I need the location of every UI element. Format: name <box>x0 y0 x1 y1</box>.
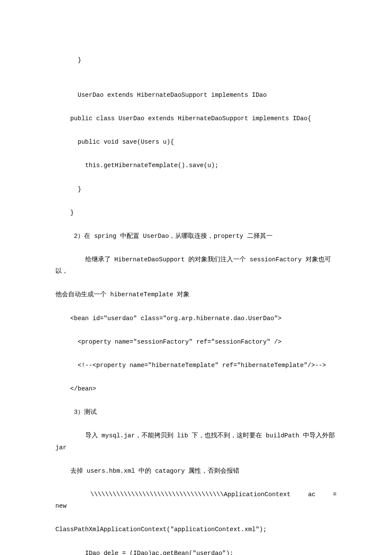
text-line: 2）在 spring 中配置 UserDao，从哪取连接，property 二择… <box>55 231 337 243</box>
code-line: } <box>55 184 337 196</box>
code-line: public void save(Users u){ <box>55 136 337 148</box>
code-line: <!--<property name="hibernateTemplate" r… <box>55 360 337 372</box>
code-line: public class UserDao extends HibernateDa… <box>55 113 337 125</box>
text-line: 3）测试 <box>55 407 337 419</box>
code-line: IDao dele = (IDao)ac.getBean("userdao"); <box>55 548 337 555</box>
text-line: 导入 mysql.jar，不能拷贝到 lib 下，也找不到，这时要在 build… <box>55 430 337 454</box>
code-line: } <box>55 207 337 219</box>
code-line: ClassPathXmlApplicationContext("applicat… <box>55 524 337 536</box>
document-page: } UserDao extends HibernateDaoSupport im… <box>0 0 392 555</box>
text-line: 他会自动生成一个 hibernateTemplate 对象 <box>55 289 337 301</box>
code-line: } <box>55 55 337 66</box>
code-line: UserDao extends HibernateDaoSupport impl… <box>55 90 337 101</box>
code-line: this.getHibernateTemplate().save(u); <box>55 160 337 172</box>
code-line: <property name="sessionFactory" ref="ses… <box>55 336 337 348</box>
text-line: 去掉 users.hbm.xml 中的 catagory 属性，否则会报错 <box>55 465 337 477</box>
code-line: </bean> <box>55 383 337 395</box>
code-line: \\\\\\\\\\\\\\\\\\\\\\\\\\\\\\\\\\\\Appl… <box>55 489 337 512</box>
code-line: <bean id="userdao" class="org.arp.hibern… <box>55 313 337 325</box>
text-line: 给继承了 HibernateDaoSupport 的对象我们注入一个 sessi… <box>55 254 337 278</box>
